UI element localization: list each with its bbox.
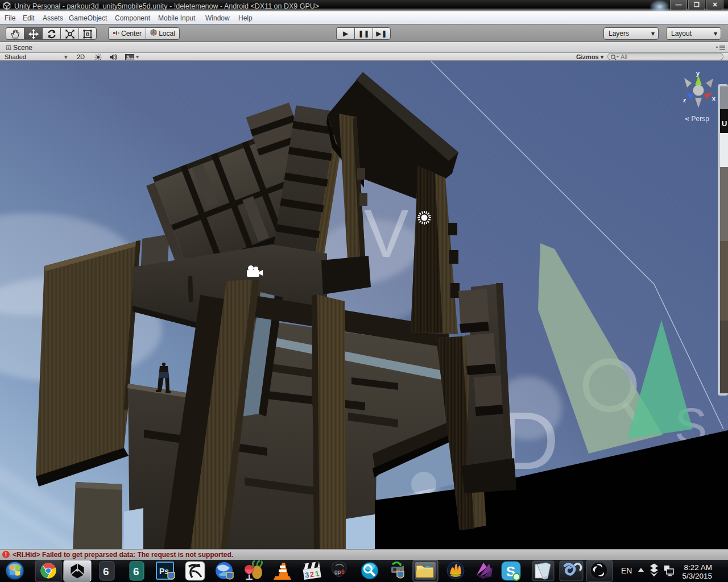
svg-text:8:22 AM: 8:22 AM: [684, 563, 712, 572]
svg-text:V: V: [364, 196, 409, 271]
svg-text:EN: EN: [621, 566, 632, 575]
svg-text:z: z: [683, 97, 686, 103]
svg-text:⋖ Persp: ⋖ Persp: [684, 115, 709, 123]
svg-text:5/3/2015: 5/3/2015: [682, 572, 712, 580]
svg-text:6: 6: [341, 569, 345, 575]
svg-text:6: 6: [133, 566, 139, 577]
svg-text:6: 6: [103, 566, 109, 577]
svg-text:y: y: [696, 70, 700, 77]
svg-text:gp: gp: [334, 569, 341, 575]
svg-text:U: U: [722, 119, 727, 128]
svg-text:x: x: [712, 95, 716, 102]
